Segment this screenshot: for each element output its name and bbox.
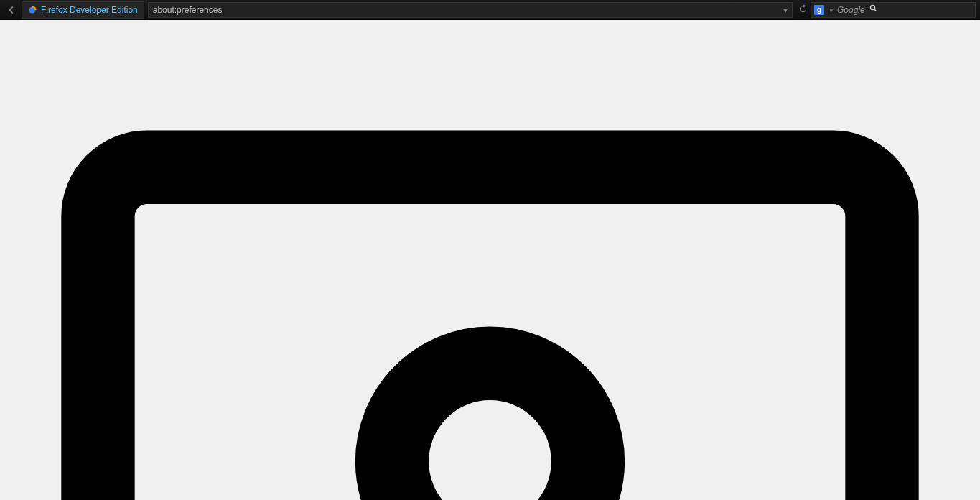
url-dropdown-icon[interactable]: ▾ bbox=[783, 5, 788, 15]
search-bar[interactable]: g ▾ Google bbox=[811, 2, 976, 18]
sidebar-item-general[interactable]: General bbox=[0, 20, 980, 500]
search-drop-icon[interactable]: ▾ bbox=[829, 5, 833, 15]
url-bar[interactable]: about:preferences ▾ bbox=[148, 2, 793, 18]
tab-title: Firefox Developer Edition bbox=[41, 5, 138, 15]
general-icon bbox=[0, 20, 980, 500]
search-icon[interactable] bbox=[869, 4, 878, 15]
app-body: General Content Applications Privacy Sec… bbox=[0, 20, 980, 500]
google-icon: g bbox=[814, 5, 824, 15]
browser-toolbar: Firefox Developer Edition about:preferen… bbox=[0, 0, 980, 20]
svg-point-9 bbox=[392, 364, 588, 500]
preferences-sidebar: General Content Applications Privacy Sec… bbox=[0, 20, 980, 500]
browser-tab[interactable]: Firefox Developer Edition bbox=[22, 1, 144, 19]
svg-point-1 bbox=[870, 6, 874, 10]
reload-button[interactable] bbox=[796, 4, 809, 16]
firefox-icon bbox=[28, 6, 37, 14]
back-button[interactable] bbox=[3, 2, 20, 18]
search-placeholder: Google bbox=[837, 5, 865, 15]
url-text: about:preferences bbox=[153, 5, 223, 15]
